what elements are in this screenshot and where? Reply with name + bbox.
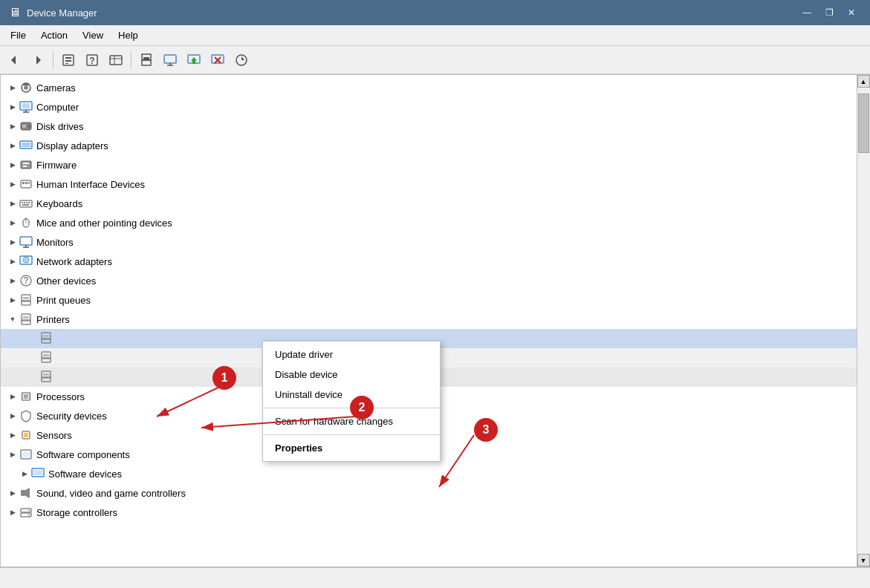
monitor-button[interactable] (159, 49, 181, 71)
properties-button[interactable] (57, 49, 79, 71)
scan-button[interactable] (230, 49, 253, 71)
tree-item-firmware[interactable]: ▶ Firmware (1, 155, 857, 174)
processors-label: Processors (36, 391, 85, 402)
expand-sensors[interactable]: ▶ (7, 429, 19, 441)
expand-mice[interactable]: ▶ (7, 217, 19, 229)
expand-software-devices[interactable]: ▶ (19, 468, 30, 480)
context-menu-update-driver[interactable]: Update driver (263, 344, 440, 365)
disk-drives-icon (19, 119, 33, 134)
tree-item-keyboards[interactable]: ▶ Keyboards (1, 194, 857, 213)
expand-disk-drives[interactable]: ▶ (7, 120, 19, 132)
software-components-label: Software components (36, 449, 130, 460)
context-menu-sep2 (263, 434, 440, 435)
scroll-thumb[interactable] (858, 94, 869, 153)
svg-rect-38 (23, 166, 27, 167)
tree-item-disk-drives[interactable]: ▶ Disk drives (1, 117, 857, 136)
sound-video-label: Sound, video and game controllers (36, 488, 186, 499)
firmware-icon (19, 157, 33, 172)
print-queues-icon (19, 293, 33, 307)
svg-rect-42 (28, 182, 30, 184)
svg-rect-46 (26, 202, 27, 203)
printers-icon (19, 312, 33, 327)
printer-child-2-icon (39, 350, 53, 366)
expand-software-components[interactable]: ▶ (7, 448, 19, 460)
tree-item-cameras[interactable]: ▶ Cameras (1, 78, 857, 97)
toolbar: ? (0, 46, 870, 74)
svg-text:?: ? (89, 56, 94, 66)
svg-point-57 (23, 257, 29, 263)
expand-sound-video[interactable]: ▶ (7, 487, 19, 499)
expand-network-adapters[interactable]: ▶ (7, 255, 19, 267)
svg-rect-37 (23, 163, 29, 164)
context-menu-properties[interactable]: Properties (263, 438, 440, 458)
tree-item-network-adapters[interactable]: ▶ Network adapters (1, 252, 857, 271)
scroll-up-button[interactable]: ▲ (857, 75, 870, 88)
expand-other-devices[interactable]: ▶ (7, 275, 19, 287)
view-button[interactable] (105, 49, 127, 71)
tree-item-print-queues[interactable]: ▶ Print queues (1, 290, 857, 310)
forward-button[interactable] (27, 49, 49, 71)
svg-rect-4 (65, 60, 71, 62)
tree-item-computer[interactable]: ▶ Computer (1, 97, 857, 117)
svg-rect-19 (212, 55, 224, 63)
uninstall-button[interactable] (207, 49, 229, 71)
tree-item-sound-video[interactable]: ▶ Sound, video and game controllers (1, 483, 857, 503)
tree-item-software-devices[interactable]: ▶ Software devices (1, 464, 857, 483)
expand-security-devices[interactable]: ▶ (7, 410, 19, 422)
scroll-down-button[interactable]: ▼ (857, 554, 870, 566)
tree-item-hid[interactable]: ▶ Human Interface Devices (1, 174, 857, 194)
update-driver-toolbar-button[interactable] (183, 49, 205, 71)
tree-item-storage-controllers[interactable]: ▶ Storage controllers (1, 503, 857, 522)
svg-rect-62 (23, 297, 29, 299)
tree-item-mice[interactable]: ▶ Mice and other pointing devices (1, 213, 857, 232)
software-components-icon (19, 447, 33, 462)
mice-label: Mice and other pointing devices (36, 218, 172, 229)
scrollbar[interactable]: ▲ ▼ (857, 75, 869, 566)
tree-item-monitors[interactable]: ▶ Monitors (1, 232, 857, 252)
tree-item-display-adapters[interactable]: ▶ Display adapters (1, 136, 857, 155)
expand-printers[interactable]: ▼ (7, 313, 19, 325)
annotation-3: 3 (474, 418, 498, 442)
tree-item-printers[interactable]: ▼ Printers (1, 310, 857, 329)
svg-rect-28 (22, 103, 30, 108)
sensors-label: Sensors (36, 430, 72, 441)
help-button[interactable]: ? (81, 49, 103, 71)
menu-action[interactable]: Action (33, 27, 75, 44)
svg-rect-68 (43, 335, 49, 337)
expand-print-queues[interactable]: ▶ (7, 294, 19, 306)
context-menu-disable-device[interactable]: Disable device (263, 365, 440, 385)
scroll-track[interactable] (857, 88, 870, 554)
expand-monitors[interactable]: ▶ (7, 236, 19, 248)
svg-rect-5 (65, 63, 68, 64)
expand-cameras[interactable]: ▶ (7, 82, 19, 94)
svg-rect-84 (24, 433, 28, 437)
display-adapters-label: Display adapters (36, 140, 108, 151)
svg-marker-90 (25, 488, 30, 498)
minimize-button[interactable]: — (797, 4, 817, 21)
keyboards-label: Keyboards (36, 198, 82, 209)
svg-rect-89 (21, 490, 25, 496)
svg-rect-33 (22, 125, 26, 128)
close-button[interactable]: ✕ (842, 4, 861, 21)
expand-storage-controllers[interactable]: ▶ (7, 506, 19, 518)
menu-help[interactable]: Help (111, 27, 146, 44)
svg-marker-23 (241, 56, 244, 60)
expand-firmware[interactable]: ▶ (7, 159, 19, 171)
back-button[interactable] (3, 49, 25, 71)
expand-keyboards[interactable]: ▶ (7, 197, 19, 209)
tree-view[interactable]: ▶ Cameras ▶ Computer ▶ Disk drives ▶ (1, 75, 857, 566)
expand-display-adapters[interactable]: ▶ (7, 140, 19, 151)
expand-processors[interactable]: ▶ (7, 391, 19, 402)
other-devices-icon: ? (19, 273, 33, 288)
expand-hid[interactable]: ▶ (7, 178, 19, 190)
annotation-1: 1 (212, 366, 236, 390)
monitors-icon (19, 235, 33, 249)
tree-item-other-devices[interactable]: ▶ ? Other devices (1, 271, 857, 290)
svg-rect-47 (28, 202, 30, 203)
software-devices-icon (30, 466, 45, 481)
menu-view[interactable]: View (75, 27, 111, 44)
expand-computer[interactable]: ▶ (7, 101, 19, 113)
menu-file[interactable]: File (3, 27, 33, 44)
restore-button[interactable]: ❐ (819, 4, 839, 21)
print-button[interactable] (135, 49, 158, 71)
